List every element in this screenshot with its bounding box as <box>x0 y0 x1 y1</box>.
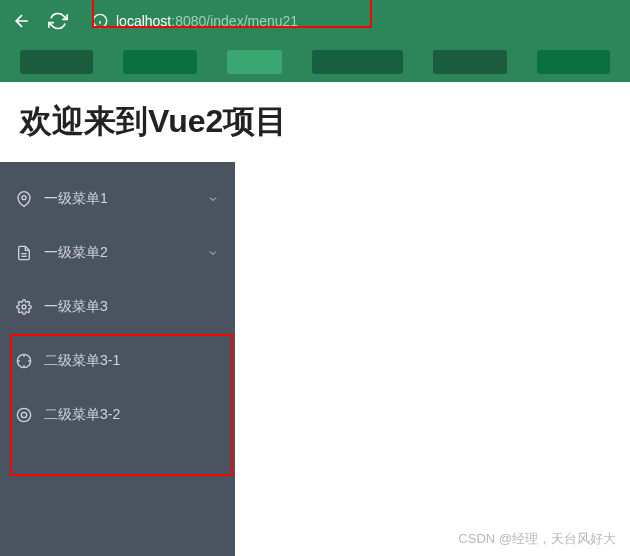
bookmark-item[interactable] <box>20 50 93 74</box>
menu-label: 一级菜单3 <box>44 298 219 316</box>
back-button[interactable] <box>12 11 32 31</box>
url-text: localhost:8080/index/menu21 <box>116 13 298 29</box>
page-header: 欢迎来到Vue2项目 <box>0 82 630 162</box>
circle-icon <box>16 407 32 423</box>
sidebar: 一级菜单1 一级菜单2 一级菜单3 二级菜单 <box>0 162 235 556</box>
watermark: CSDN @经理，天台风好大 <box>458 530 616 548</box>
menu-label: 一级菜单1 <box>44 190 195 208</box>
content-area: 一级菜单1 一级菜单2 一级菜单3 二级菜单 <box>0 162 630 556</box>
bookmark-item[interactable] <box>312 50 404 74</box>
chevron-down-icon <box>207 247 219 259</box>
bookmarks-bar <box>0 42 630 82</box>
bookmark-item[interactable] <box>433 50 506 74</box>
chevron-down-icon <box>207 193 219 205</box>
menu-item-2[interactable]: 一级菜单2 <box>0 226 235 280</box>
target-icon <box>16 353 32 369</box>
menu-label: 一级菜单2 <box>44 244 195 262</box>
location-icon <box>16 191 32 207</box>
menu-label: 二级菜单3-1 <box>44 352 219 370</box>
menu-label: 二级菜单3-2 <box>44 406 219 424</box>
bookmark-item[interactable] <box>123 50 196 74</box>
svg-point-12 <box>17 408 30 421</box>
document-icon <box>16 245 32 261</box>
bookmark-item[interactable] <box>227 50 282 74</box>
bookmark-item[interactable] <box>537 50 610 74</box>
address-bar[interactable]: localhost:8080/index/menu21 <box>84 13 618 29</box>
page-title: 欢迎来到Vue2项目 <box>20 100 610 144</box>
info-icon <box>92 13 108 29</box>
submenu-item-3-2[interactable]: 二级菜单3-2 <box>0 388 235 442</box>
submenu-item-3-1[interactable]: 二级菜单3-1 <box>0 334 235 388</box>
menu-item-1[interactable]: 一级菜单1 <box>0 172 235 226</box>
browser-toolbar: localhost:8080/index/menu21 <box>0 0 630 42</box>
svg-point-3 <box>22 196 26 200</box>
gear-icon <box>16 299 32 315</box>
refresh-button[interactable] <box>48 11 68 31</box>
main-content <box>235 162 630 556</box>
menu-item-3[interactable]: 一级菜单3 <box>0 280 235 334</box>
svg-point-6 <box>22 305 26 309</box>
svg-point-13 <box>21 412 26 417</box>
